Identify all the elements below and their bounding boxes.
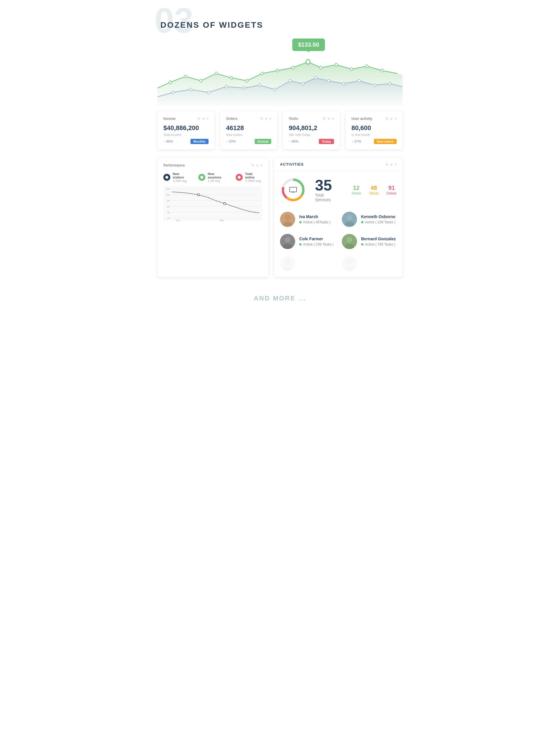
svg-point-30 — [373, 84, 376, 87]
performance-metrics: New visitors 2,349 avg New sessions 1,00… — [163, 172, 262, 183]
svg-point-5 — [230, 76, 233, 79]
svg-point-1 — [169, 81, 172, 84]
stat-stood-number: 48 — [369, 185, 378, 191]
activities-chevron-icon[interactable]: ∨ — [390, 162, 393, 166]
stat-active-label: Active — [352, 191, 361, 196]
svg-text:120: 120 — [166, 188, 170, 190]
orders-close-icon[interactable]: × — [269, 117, 271, 121]
svg-point-68 — [285, 259, 291, 265]
orders-chevron-icon[interactable]: ∨ — [265, 117, 267, 121]
metric-dot-blue — [163, 174, 170, 181]
metric-sessions-label: New sessions — [208, 172, 229, 179]
svg-point-8 — [276, 69, 279, 72]
svg-point-29 — [358, 79, 360, 82]
svg-point-60 — [345, 222, 354, 227]
svg-point-25 — [302, 82, 304, 85]
metric-dot-green — [198, 174, 205, 181]
svg-point-12 — [335, 63, 338, 66]
user-activity-chevron-icon[interactable]: ∨ — [390, 117, 393, 121]
stat-delete-label: Delete — [386, 191, 397, 196]
user-activity-widget: User activity ↻ ∨ × 80,600 In first mont… — [346, 111, 402, 149]
income-refresh-icon[interactable]: ↻ — [198, 117, 200, 121]
metric-online-label: Total online — [245, 172, 262, 179]
svg-point-3 — [200, 79, 202, 82]
svg-point-63 — [283, 244, 292, 249]
svg-point-66 — [345, 244, 354, 249]
name-iva-marsh: Iva Marsh — [299, 215, 331, 219]
person-kenneth-osborne: Kenneth Osborne Active ( 109 Tasks ) — [342, 212, 397, 227]
user-activity-change: ↑ 37% — [352, 139, 361, 143]
orders-refresh-icon[interactable]: ↻ — [260, 117, 263, 121]
orders-badge: Annual — [255, 139, 271, 144]
svg-point-61 — [346, 215, 352, 221]
activities-title: ACTIVITIES — [280, 162, 304, 166]
user-activity-refresh-icon[interactable]: ↻ — [385, 117, 388, 121]
status-kenneth-osborne: Active ( 109 Tasks ) — [361, 220, 395, 224]
income-widget: Income ↻ ∨ × $40,886,200 Total income ↑ … — [158, 111, 214, 149]
svg-text:Mon: Mon — [219, 219, 224, 221]
metric-visitors-value: 2,349 avg — [173, 179, 191, 183]
svg-text:Sun: Sun — [176, 219, 180, 221]
user-activity-sub: In first month — [352, 133, 397, 137]
svg-point-15 — [381, 69, 383, 72]
svg-point-7 — [261, 72, 263, 75]
visits-refresh-icon[interactable]: ↻ — [323, 117, 326, 121]
hero-section: 03 DOZENS OF WIDGETS $133.50 — [140, 0, 420, 106]
services-info: 35 TotalServices — [315, 178, 332, 202]
svg-point-20 — [225, 85, 228, 88]
status-bernard-gonzalez: Active ( 785 Tasks ) — [361, 242, 396, 246]
name-cole-farmer: Cole Farmer — [299, 237, 333, 241]
person-cole-farmer: Cole Farmer Active ( 236 Tasks ) — [280, 234, 335, 249]
stat-active: 12 Active — [352, 185, 361, 196]
activities-header: ACTIVITIES ↻ ∨ × — [274, 158, 402, 171]
activities-close-icon[interactable]: × — [395, 162, 397, 166]
svg-point-17 — [172, 91, 174, 94]
svg-point-22 — [258, 84, 261, 87]
activities-body: 35 TotalServices 12 Active 48 Stood 91 D… — [274, 171, 402, 277]
orders-change: ↑ 20% — [226, 139, 236, 143]
performance-close-icon[interactable]: × — [260, 163, 262, 167]
metric-sessions: New sessions 1,00 avg — [198, 172, 229, 183]
svg-point-67 — [346, 237, 352, 243]
services-stats: 12 Active 48 Stood 91 Delete — [352, 185, 397, 196]
user-activity-value: 80,600 — [352, 124, 397, 132]
income-change: ↑ 98% — [163, 139, 173, 143]
income-close-icon[interactable]: × — [206, 117, 208, 121]
user-activity-title: User activity — [352, 117, 372, 121]
metric-online-value: 2,3490 avg — [245, 179, 262, 183]
svg-text:100: 100 — [166, 193, 170, 196]
stat-stood-label: Stood — [369, 191, 378, 196]
person-placeholder-2 — [342, 256, 397, 271]
svg-point-13 — [350, 68, 353, 70]
svg-point-31 — [388, 82, 391, 85]
svg-point-69 — [283, 266, 292, 271]
activities-refresh-icon[interactable]: ↻ — [385, 162, 388, 166]
performance-chevron-icon[interactable]: ∨ — [256, 163, 259, 167]
svg-point-6 — [245, 79, 248, 82]
bottom-section: Performance ↻ ∨ × New visitors 2,349 avg — [140, 155, 420, 283]
visits-close-icon[interactable]: × — [332, 117, 334, 121]
income-chevron-icon[interactable]: ∨ — [202, 117, 205, 121]
services-number: 35 — [315, 178, 332, 193]
stat-stood: 48 Stood — [369, 185, 378, 196]
sparkline-chart: 120 100 80 60 40 20 Sun Mon — [163, 186, 262, 221]
performance-refresh-icon[interactable]: ↻ — [252, 163, 254, 167]
user-activity-close-icon[interactable]: × — [395, 117, 397, 121]
person-bernard-gonzalez: Bernard Gonzalez Active ( 785 Tasks ) — [342, 234, 397, 249]
visits-chevron-icon[interactable]: ∨ — [327, 117, 330, 121]
persons-grid: Iva Marsh Active ( 45Tasks ) — [280, 212, 397, 271]
svg-point-23 — [274, 88, 276, 91]
visits-value: 904,801,2 — [289, 124, 334, 132]
avatar-iva-marsh — [280, 212, 295, 227]
orders-sub: New orders — [226, 133, 271, 137]
metric-sessions-value: 1,00 avg — [208, 179, 229, 183]
visits-badge: Today — [319, 139, 334, 144]
svg-text:20: 20 — [167, 217, 170, 220]
svg-point-4 — [215, 72, 218, 75]
avatar-placeholder-2 — [342, 256, 357, 271]
income-value: $40,886,200 — [163, 124, 208, 132]
services-row: 35 TotalServices 12 Active 48 Stood 91 D… — [280, 177, 397, 203]
status-cole-farmer: Active ( 236 Tasks ) — [299, 242, 333, 246]
avatar-placeholder-1 — [280, 256, 295, 271]
svg-point-26 — [315, 76, 317, 79]
